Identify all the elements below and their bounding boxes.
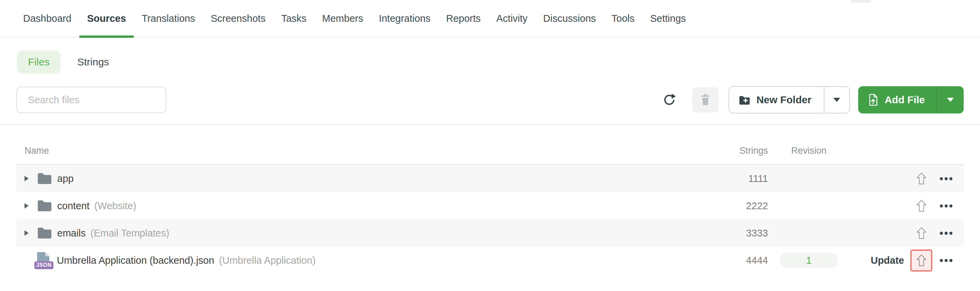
folder-icon bbox=[37, 227, 52, 240]
ellipsis-icon bbox=[940, 259, 943, 262]
upload-icon bbox=[916, 200, 927, 212]
update-link[interactable]: Update bbox=[871, 255, 904, 266]
nav-item-reports[interactable]: Reports bbox=[446, 0, 481, 37]
ellipsis-icon bbox=[940, 232, 943, 235]
new-folder-button[interactable]: New Folder bbox=[729, 87, 824, 113]
upload-icon bbox=[916, 227, 927, 239]
header-name: Name bbox=[16, 146, 714, 156]
highlight-box bbox=[910, 249, 932, 272]
upload-icon bbox=[916, 173, 927, 185]
upload-translations-button[interactable] bbox=[912, 251, 931, 270]
nav-item-dashboard[interactable]: Dashboard bbox=[23, 0, 72, 37]
expand-chevron-right-icon[interactable] bbox=[24, 176, 31, 181]
ellipsis-icon bbox=[940, 205, 943, 208]
upload-translations-button[interactable] bbox=[910, 222, 932, 244]
folder-name[interactable]: app bbox=[57, 173, 73, 184]
new-folder-label: New Folder bbox=[756, 94, 811, 106]
add-file-button[interactable]: Add File bbox=[858, 86, 937, 114]
nav-item-tasks[interactable]: Tasks bbox=[281, 0, 306, 37]
nav-item-sources[interactable]: Sources bbox=[87, 0, 126, 37]
expand-chevron-right-icon[interactable] bbox=[24, 230, 31, 236]
tab-strings[interactable]: Strings bbox=[77, 56, 109, 68]
caret-down-icon bbox=[947, 98, 954, 102]
folder-icon bbox=[37, 199, 52, 212]
trash-icon bbox=[700, 94, 711, 106]
json-file-icon: JSON bbox=[36, 252, 52, 269]
nav-item-tools[interactable]: Tools bbox=[611, 0, 635, 37]
ellipsis-icon bbox=[940, 177, 943, 180]
nav-item-discussions[interactable]: Discussions bbox=[543, 0, 596, 37]
row-menu-button[interactable] bbox=[937, 225, 955, 241]
tab-files[interactable]: Files bbox=[17, 50, 60, 74]
new-folder-dropdown-button[interactable] bbox=[824, 87, 850, 113]
row-menu-button[interactable] bbox=[937, 253, 955, 268]
nav-item-screenshots[interactable]: Screenshots bbox=[211, 0, 266, 37]
json-badge: JSON bbox=[34, 261, 53, 269]
file-note: (Umbrella Application) bbox=[219, 255, 316, 266]
table-row-folder-emails[interactable]: emails (Email Templates) 3333 bbox=[16, 219, 964, 247]
files-toolbar: New Folder Add File bbox=[16, 86, 964, 114]
folder-plus-icon bbox=[739, 95, 749, 105]
folder-name[interactable]: emails bbox=[57, 228, 86, 239]
caret-down-icon bbox=[833, 98, 840, 102]
view-switch: Files Strings bbox=[17, 50, 980, 74]
files-table: Name Strings Revision app 1111 bbox=[16, 125, 964, 274]
table-row-folder-content[interactable]: content (Website) 2222 bbox=[16, 192, 964, 219]
search-input[interactable] bbox=[16, 86, 166, 113]
project-nav: Dashboard Sources Translations Screensho… bbox=[0, 0, 980, 37]
file-name[interactable]: Umbrella Application (backend).json bbox=[57, 255, 215, 266]
add-file-dropdown-button[interactable] bbox=[937, 86, 964, 114]
strings-count: 1111 bbox=[714, 173, 768, 184]
upload-translations-button[interactable] bbox=[910, 195, 932, 217]
refresh-icon bbox=[663, 93, 676, 107]
refresh-button[interactable] bbox=[662, 92, 677, 107]
delete-button[interactable] bbox=[692, 87, 719, 112]
strings-count: 3333 bbox=[714, 228, 768, 239]
header-strings: Strings bbox=[714, 146, 768, 156]
add-file-label: Add File bbox=[885, 94, 925, 106]
nav-item-translations[interactable]: Translations bbox=[142, 0, 195, 37]
folder-note: (Website) bbox=[94, 200, 137, 212]
toolbar-actions: New Folder Add File bbox=[662, 86, 964, 114]
new-folder-split-button: New Folder bbox=[729, 86, 850, 114]
file-upload-icon bbox=[869, 94, 878, 106]
table-header-row: Name Strings Revision bbox=[16, 125, 964, 165]
expand-chevron-right-icon[interactable] bbox=[24, 203, 31, 209]
nav-item-integrations[interactable]: Integrations bbox=[379, 0, 430, 37]
header-revision: Revision bbox=[768, 146, 850, 156]
cutoff-element-fragment bbox=[850, 0, 872, 3]
revision-badge: 1 bbox=[780, 253, 838, 268]
nav-item-settings[interactable]: Settings bbox=[650, 0, 686, 37]
row-menu-button[interactable] bbox=[937, 198, 955, 213]
strings-count: 2222 bbox=[714, 200, 768, 212]
upload-icon bbox=[916, 254, 927, 267]
nav-item-activity[interactable]: Activity bbox=[496, 0, 528, 37]
upload-translations-button[interactable] bbox=[910, 168, 932, 190]
add-file-split-button: Add File bbox=[858, 86, 964, 114]
nav-item-members[interactable]: Members bbox=[322, 0, 363, 37]
row-menu-button[interactable] bbox=[937, 171, 955, 186]
strings-count: 4444 bbox=[714, 255, 768, 266]
folder-name[interactable]: content bbox=[57, 200, 89, 212]
table-row-file-umbrella-json[interactable]: JSON Umbrella Application (backend).json… bbox=[16, 247, 964, 274]
table-row-folder-app[interactable]: app 1111 bbox=[16, 165, 964, 192]
folder-note: (Email Templates) bbox=[91, 228, 169, 239]
folder-icon bbox=[37, 172, 52, 185]
